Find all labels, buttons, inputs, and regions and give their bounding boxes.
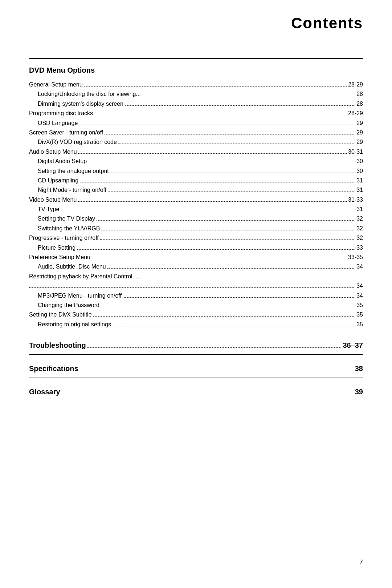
list-item: Audio, Subtitle, Disc Menu 34 xyxy=(29,262,363,271)
dvd-menu-options-heading: DVD Menu Options xyxy=(29,66,363,74)
list-item: Audio Setup Menu 30-31 xyxy=(29,147,363,157)
troubleshooting-rule xyxy=(29,354,363,355)
list-item: Programming disc tracks 28-29 xyxy=(29,109,363,118)
troubleshooting-section: Troubleshooting 36–37 xyxy=(29,339,363,355)
list-item: DivX(R) VOD registration code 29 xyxy=(29,137,363,147)
list-item-continuation: 34 xyxy=(29,281,363,291)
list-item: Screen Saver - turning on/off 29 xyxy=(29,128,363,137)
list-item: Night Mode - turning on/off 31 xyxy=(29,185,363,195)
troubleshooting-entry: Troubleshooting 36–37 xyxy=(29,339,363,351)
list-item: Preference Setup Menu 33-35 xyxy=(29,253,363,262)
list-item: Setting the DivX Subtitle 35 xyxy=(29,310,363,319)
glossary-section: Glossary 39 xyxy=(29,386,363,401)
page-container: Contents DVD Menu Options General Setup … xyxy=(0,0,392,588)
dvd-menu-options-section: DVD Menu Options General Setup menu 28-2… xyxy=(29,66,363,329)
list-item: General Setup menu 28-29 xyxy=(29,80,363,89)
page-title: Contents xyxy=(291,15,363,32)
list-item: CD Upsampling 31 xyxy=(29,176,363,185)
list-item: Progressive - turning on/off 32 xyxy=(29,233,363,243)
glossary-rule xyxy=(29,401,363,401)
specifications-rule xyxy=(29,378,363,378)
glossary-entry: Glossary 39 xyxy=(29,386,363,398)
list-item: Digital Audio Setup 30 xyxy=(29,157,363,166)
list-item: Locking/Unlocking the disc for viewing..… xyxy=(29,89,363,99)
page-number: 7 xyxy=(359,559,363,566)
list-item: TV Type 31 xyxy=(29,205,363,214)
list-item: Picture Setting 33 xyxy=(29,243,363,253)
list-item: Dimming system's display screen 28 xyxy=(29,99,363,109)
list-item: Switching the YUV/RGB 32 xyxy=(29,224,363,233)
list-item: Setting the analogue output 30 xyxy=(29,166,363,176)
list-item: OSD Language 29 xyxy=(29,118,363,128)
content-area: DVD Menu Options General Setup menu 28-2… xyxy=(29,59,363,401)
list-item: Video Setup Menu 31-33 xyxy=(29,195,363,205)
specifications-section: Specifications 38 xyxy=(29,363,363,378)
list-item: Restricting playback by Parental Control… xyxy=(29,272,363,291)
list-item: Changing the Password 35 xyxy=(29,301,363,310)
list-item: Setting the TV Display 32 xyxy=(29,214,363,223)
list-item: MP3/JPEG Menu - turning on/off 34 xyxy=(29,291,363,301)
list-item: Restoring to original settings 35 xyxy=(29,320,363,329)
specifications-entry: Specifications 38 xyxy=(29,363,363,375)
dvd-menu-options-rule xyxy=(29,77,363,77)
